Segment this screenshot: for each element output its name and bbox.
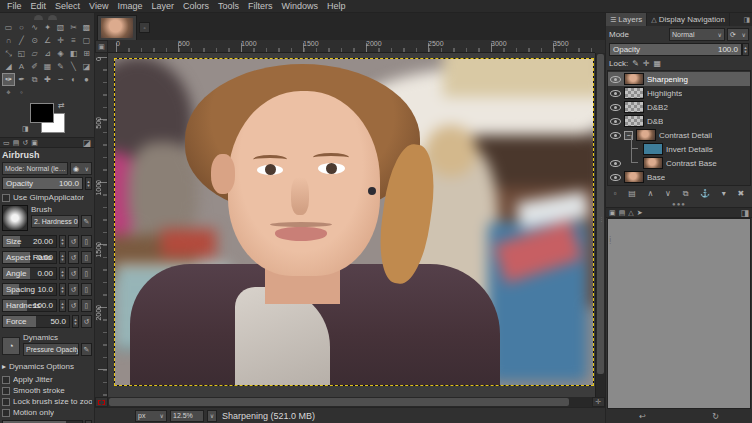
raise-layer-button[interactable]: ∧ bbox=[648, 189, 654, 198]
tab-device-status-icon[interactable]: ▤ bbox=[13, 139, 20, 147]
layer-row-invert-details[interactable]: Invert Details bbox=[608, 142, 750, 156]
visibility-eye-icon[interactable] bbox=[610, 90, 621, 97]
tool-ink[interactable]: ✒ bbox=[15, 73, 28, 86]
checkbox[interactable] bbox=[2, 376, 10, 384]
visibility-eye-icon[interactable] bbox=[610, 76, 621, 83]
vertical-ruler[interactable]: 0500100015002000 bbox=[95, 53, 108, 397]
tool-select-by-color[interactable]: ▧ bbox=[54, 21, 67, 34]
tab-menu-icon[interactable]: ▫ bbox=[139, 22, 150, 33]
visibility-eye-icon[interactable] bbox=[610, 160, 621, 167]
tab-list-icon[interactable]: ▤ bbox=[619, 209, 626, 217]
lock-position-icon[interactable]: ✛ bbox=[643, 59, 650, 68]
unit-dropdown[interactable]: px∨ bbox=[135, 410, 167, 422]
menu-image[interactable]: Image bbox=[113, 0, 146, 12]
link-icon[interactable]: ▯ bbox=[81, 283, 92, 296]
visibility-eye-icon[interactable] bbox=[610, 174, 621, 181]
layer-row-base[interactable]: Base bbox=[608, 170, 750, 184]
edit-brush-icon[interactable]: ✎ bbox=[81, 215, 92, 228]
tab-warning-icon[interactable]: △ bbox=[628, 209, 633, 217]
link-icon[interactable]: ▯ bbox=[81, 235, 92, 248]
horizontal-ruler[interactable]: 0500100015002000250030003500 bbox=[108, 40, 595, 53]
visibility-eye-icon[interactable] bbox=[610, 118, 621, 125]
layer-row-d-b[interactable]: D&B bbox=[608, 114, 750, 128]
mode-switch-dropdown[interactable]: ◉ ∨ bbox=[70, 162, 92, 175]
size-slider-spinner[interactable]: ▲▼ bbox=[59, 235, 66, 248]
edit-dynamics-icon[interactable]: ✎ bbox=[81, 343, 92, 356]
ruler-corner-button[interactable]: ▣ bbox=[95, 40, 108, 53]
layer-row-highlights[interactable]: Highlights bbox=[608, 86, 750, 100]
menu-edit[interactable]: Edit bbox=[27, 0, 51, 12]
tool-flip[interactable]: ◧ bbox=[67, 47, 80, 60]
force-slider[interactable]: Force50.0 bbox=[2, 315, 70, 328]
dock-corner-icon[interactable]: ◨ bbox=[741, 13, 752, 26]
reset-icon[interactable]: ↺ bbox=[68, 267, 79, 280]
tool-rotate[interactable]: ⤡ bbox=[2, 47, 15, 60]
tool-fuzzy-select[interactable]: ✦ bbox=[41, 21, 54, 34]
paint-mode-dropdown[interactable]: Mode: Normal (le… ∨ bbox=[2, 162, 68, 175]
tab-display-navigation[interactable]: △ Display Navigation bbox=[647, 13, 730, 26]
tool-warp[interactable]: ◦ bbox=[15, 86, 28, 99]
aspect-ratio-slider-spinner[interactable]: ▲▼ bbox=[59, 251, 66, 264]
menu-tools[interactable]: Tools bbox=[214, 0, 243, 12]
layer-row-contrast-detail[interactable]: −Contrast Detail bbox=[608, 128, 750, 142]
reset-icon[interactable]: ↺ bbox=[68, 235, 79, 248]
tool-dodge-burn[interactable]: ◐ bbox=[67, 73, 80, 86]
menu-view[interactable]: View bbox=[85, 0, 112, 12]
delete-layer-button[interactable]: ✖ bbox=[737, 189, 744, 198]
new-group-button[interactable]: ▤ bbox=[628, 189, 636, 198]
visibility-eye-icon[interactable] bbox=[610, 104, 621, 111]
layer-row-sharpening[interactable]: Sharpening bbox=[608, 72, 750, 86]
tool-free-select[interactable]: ∿ bbox=[28, 21, 41, 34]
tab-image-icon[interactable]: ▣ bbox=[31, 139, 38, 147]
tool-mypaint-brush[interactable]: ✎ bbox=[54, 60, 67, 73]
swap-colors-icon[interactable]: ⇄ bbox=[58, 101, 65, 110]
dynamics-options-expander[interactable]: ▸ Dynamics Options bbox=[2, 361, 92, 372]
tool-unified-transform[interactable]: ◈ bbox=[54, 47, 67, 60]
canvas-viewport[interactable] bbox=[108, 53, 595, 397]
tool-paths[interactable]: ∩ bbox=[2, 34, 15, 47]
reset-icon[interactable]: ↺ bbox=[81, 315, 92, 328]
tool-scale[interactable]: ◱ bbox=[15, 47, 28, 60]
tool-color-picker[interactable]: ⌖ bbox=[2, 86, 15, 99]
aspect-ratio-slider[interactable]: Aspect Ratio0.00 bbox=[2, 251, 57, 264]
layer-row-d-b2[interactable]: D&B2 bbox=[608, 100, 750, 114]
tool-bucket-fill[interactable]: ✐ bbox=[28, 60, 41, 73]
tool-move[interactable]: ✛ bbox=[54, 34, 67, 47]
tool-eraser[interactable]: ◪ bbox=[80, 60, 93, 73]
menu-filters[interactable]: Filters bbox=[244, 0, 277, 12]
foreground-color-swatch[interactable] bbox=[30, 103, 54, 123]
dynamics-icon[interactable]: ◔ bbox=[2, 337, 20, 355]
menu-file[interactable]: File bbox=[3, 0, 26, 12]
visibility-eye-icon[interactable] bbox=[610, 132, 621, 139]
menu-colors[interactable]: Colors bbox=[179, 0, 213, 12]
layer-mode-dropdown[interactable]: Normal∨ bbox=[669, 28, 725, 41]
lower-layer-button[interactable]: ∨ bbox=[665, 189, 671, 198]
dock-corner-icon[interactable]: ◪ bbox=[82, 138, 91, 148]
navigation-preview-panel[interactable]: ⋮⋮ bbox=[607, 218, 751, 409]
opacity-slider[interactable]: Opacity100.0 bbox=[2, 177, 83, 190]
opacity-slider-spinner[interactable]: ▲▼ bbox=[85, 177, 92, 190]
checkbox[interactable] bbox=[2, 194, 10, 202]
angle-slider[interactable]: Angle0.00 bbox=[2, 267, 57, 280]
dynamics-name-field[interactable]: Pressure Opacity bbox=[23, 343, 79, 356]
panel-grip[interactable]: ⋮⋮ bbox=[607, 237, 613, 243]
menu-help[interactable]: Help bbox=[323, 0, 350, 12]
tab-undo-icon[interactable]: ↺ bbox=[22, 139, 28, 147]
navigation-cross-icon[interactable]: ✛ bbox=[592, 397, 605, 407]
lock-pixels-icon[interactable]: ✎ bbox=[632, 59, 639, 68]
spacing-slider[interactable]: Spacing10.0 bbox=[2, 283, 57, 296]
brush-preview[interactable] bbox=[2, 205, 28, 231]
tool-pencil[interactable]: ╱ bbox=[15, 34, 28, 47]
spacing-slider-spinner[interactable]: ▲▼ bbox=[59, 283, 66, 296]
force-slider-spinner[interactable]: ▲▼ bbox=[72, 315, 79, 328]
tool-align[interactable]: ≡ bbox=[67, 34, 80, 47]
tool-gradient[interactable]: ◢ bbox=[2, 60, 15, 73]
checkbox[interactable] bbox=[2, 387, 10, 395]
link-icon[interactable]: ▯ bbox=[81, 251, 92, 264]
tool-cage-transform[interactable]: ⊞ bbox=[80, 47, 93, 60]
tool-shear[interactable]: ▱ bbox=[28, 47, 41, 60]
zoom-dropdown-icon[interactable]: ∨ bbox=[207, 410, 217, 422]
tool-zoom[interactable]: ⊙ bbox=[28, 34, 41, 47]
tool-smudge[interactable]: ∽ bbox=[54, 73, 67, 86]
link-icon[interactable]: ▯ bbox=[81, 299, 92, 312]
